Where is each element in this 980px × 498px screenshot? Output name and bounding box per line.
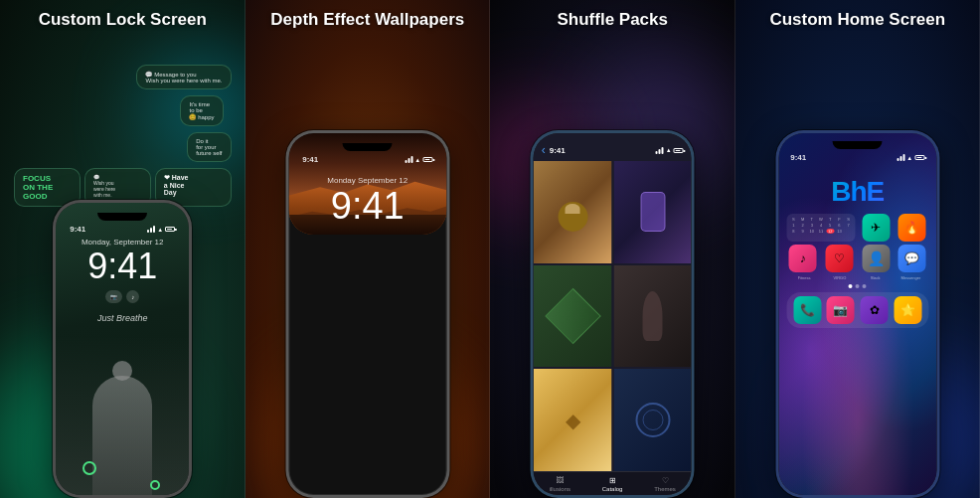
phone-mockup-2: 9:41 ▲ Monday September 12 9:41 — [285, 130, 449, 498]
cal-d13: 13 — [835, 229, 843, 234]
cal-s: S — [789, 217, 797, 222]
cal-m: M — [798, 217, 806, 222]
tab-themes-label: Themes — [654, 486, 676, 492]
cal-d4: 4 — [817, 223, 825, 228]
app-grid-row-2: ♪ ♡ 👤 💬 — [784, 245, 930, 272]
dock-flower: ✿ — [861, 296, 889, 324]
tab-themes: ♡ Themes — [654, 476, 676, 492]
catalog-icon: ⊞ — [609, 476, 616, 485]
panel-3-title: Shuffle Packs — [490, 0, 735, 36]
label-virgo: VIRGO — [822, 275, 858, 280]
cal-w: W — [817, 217, 825, 222]
status-bar-2: 9:41 ▲ — [296, 155, 438, 164]
signal-icon-4 — [897, 154, 904, 161]
wifi-icon-1: ▲ — [157, 227, 163, 233]
app-icon-fire: 🔥 — [898, 214, 926, 242]
page-dot-2 — [863, 284, 867, 288]
message-widget: 💬 Message to youWish you were here with … — [136, 65, 231, 89]
page-dot-1 — [856, 284, 860, 288]
cal-d5: 5 — [826, 223, 834, 228]
cal-sa: S — [845, 217, 853, 222]
cal-d9: 9 — [798, 229, 806, 234]
image-grid: ◆ — [534, 161, 692, 471]
signal-icon-3 — [656, 147, 664, 154]
depth-time: 9:41 — [331, 187, 405, 225]
grid-cell-5: ◆ — [534, 369, 612, 471]
phone-screen-1: 9:41 ▲ Monday, September 12 9:41 📷 ♪ Jus… — [56, 203, 189, 495]
grid-img-3 — [534, 265, 612, 368]
app-icon-heart: ♡ — [825, 245, 853, 272]
label-slack: Slack — [858, 275, 894, 280]
grid-cell-3 — [534, 265, 612, 368]
status-icons-1: ▲ — [147, 226, 175, 233]
tab-illusions: 🖼 illusions — [550, 476, 571, 492]
status-time-4: 9:41 — [790, 153, 806, 162]
status-bar-4: 9:41 ▲ — [784, 153, 930, 162]
brand-text: BhE — [784, 178, 930, 206]
future-widget: Do itfor yourfuture self — [187, 132, 231, 162]
panel-shuffle-packs: Shuffle Packs ‹ 9:41 ▲ — [490, 0, 735, 498]
wifi-icon-2: ▲ — [414, 157, 420, 163]
cal-d8: 8 — [789, 229, 797, 234]
shuffle-time: 9:41 — [550, 146, 566, 155]
cal-today: 12 — [826, 229, 834, 234]
phone-notch-4 — [833, 141, 883, 149]
phone-screen-4: 9:41 ▲ BhE S — [778, 133, 936, 495]
cal-d10: 10 — [808, 229, 816, 234]
calendar-mini: S M T W T F S 1 2 3 4 5 6 7 8 — [789, 217, 853, 234]
app-icon-face: 👤 — [862, 245, 890, 272]
shuffle-header: ‹ 9:41 ▲ — [534, 133, 692, 161]
phone-screen-2: 9:41 ▲ Monday September 12 9:41 — [288, 133, 446, 235]
panel-home-screen: Custom Home Screen 9:41 ▲ — [735, 0, 981, 498]
cal-d3: 3 — [808, 223, 816, 228]
status-icons-2: ▲ — [405, 156, 432, 163]
signal-icon-1 — [147, 226, 155, 233]
status-time-2: 9:41 — [302, 155, 318, 164]
lock-time-1: 9:41 — [87, 249, 157, 284]
phone-mockup-4: 9:41 ▲ BhE S — [775, 130, 939, 498]
cal-d7: 7 — [845, 223, 853, 228]
page-dot-active — [849, 284, 853, 288]
statue-decoration — [56, 336, 189, 495]
grid-cell-2 — [613, 161, 692, 263]
app-icon-music: ♪ — [789, 245, 817, 272]
label-messenger: Messenger — [894, 275, 929, 280]
status-icons-4: ▲ — [897, 154, 924, 161]
lock-breathe-text: Just Breathe — [97, 313, 148, 323]
battery-icon-2 — [422, 157, 432, 162]
ig-widget: 📷 — [105, 290, 122, 303]
page-dots — [784, 284, 930, 288]
phone-notch-1 — [97, 213, 147, 221]
cal-f: F — [835, 217, 843, 222]
cal-d1: 1 — [789, 223, 797, 228]
signal-icon-2 — [405, 156, 412, 163]
grid-img-5: ◆ — [534, 369, 612, 471]
wifi-icon-3: ▲ — [666, 147, 672, 153]
wifi-icon-4: ▲ — [906, 155, 912, 161]
depth-date: Monday September 12 — [327, 176, 408, 185]
tab-catalog-label: Catalog — [602, 486, 623, 492]
phone-mockup-3: ‹ 9:41 ▲ — [531, 130, 695, 498]
cal-d2: 2 — [798, 223, 806, 228]
lock-widgets-1: 📷 ♪ — [105, 290, 139, 303]
grid-cell-4 — [613, 265, 692, 368]
shuffle-bottom-bar: 🖼 illusions ⊞ Catalog ♡ Themes — [534, 471, 692, 495]
dock-camera: 📷 — [827, 296, 855, 324]
tab-catalog: ⊞ Catalog — [602, 476, 623, 492]
panel-2-title: Depth Effect Wallpapers — [245, 0, 491, 36]
panel-4-title: Custom Home Screen — [735, 0, 981, 36]
phone-screen-3: ‹ 9:41 ▲ — [534, 133, 692, 495]
cal-t: T — [808, 217, 816, 222]
calendar-widget: S M T W T F S 1 2 3 4 5 6 7 8 — [786, 214, 856, 242]
label-fitness: Fitness — [786, 275, 822, 280]
grid-img-4 — [613, 265, 692, 368]
battery-icon-1 — [165, 227, 175, 232]
themes-icon: ♡ — [662, 476, 669, 485]
cal-d11: 11 — [817, 229, 825, 234]
grid-cell-6 — [613, 369, 692, 471]
cal-th: T — [826, 217, 834, 222]
back-arrow-icon: ‹ — [542, 143, 546, 157]
status-bar-1: 9:41 ▲ — [64, 225, 181, 234]
phone-notch-2 — [343, 143, 393, 151]
panel-1-title: Custom Lock Screen — [0, 0, 245, 36]
